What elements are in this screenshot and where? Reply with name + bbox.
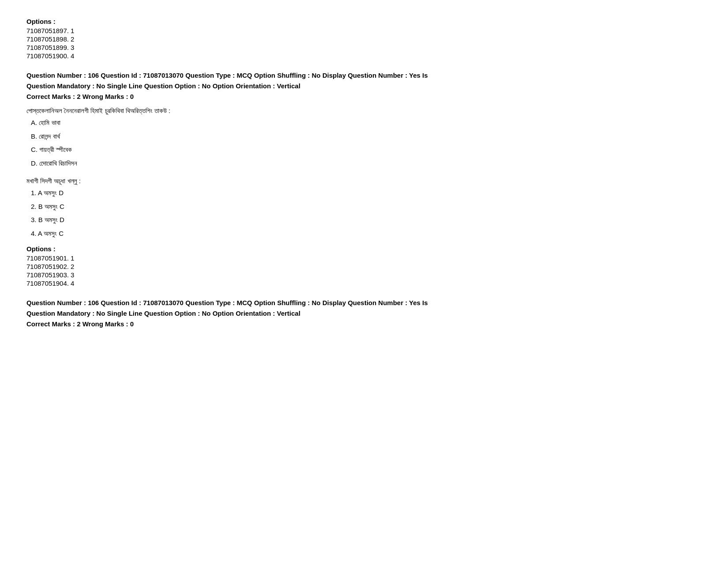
- question-meta-second: Question Number : 106 Question Id : 7108…: [26, 298, 702, 329]
- answer-option-B: B. রোলন্দ বার্থ: [31, 130, 702, 143]
- question-meta-first: Question Number : 106 Question Id : 7108…: [26, 70, 702, 102]
- meta-line1-second: Question Number : 106 Question Id : 7108…: [26, 298, 702, 308]
- option-item-5: 71087051901. 1: [26, 254, 702, 262]
- answer-options-first: A. হোমি ভাবা B. রোলন্দ বার্থ C. গায়ত্রী…: [31, 117, 702, 170]
- meta-line3-second: Correct Marks : 2 Wrong Marks : 0: [26, 319, 702, 329]
- answer-option-C: C. গায়ত্রী স্পীবেক: [31, 144, 702, 156]
- option-item-3: 71087051899. 3: [26, 44, 702, 51]
- question-106-second: Question Number : 106 Question Id : 7108…: [26, 298, 702, 329]
- meta-line1-first: Question Number : 106 Question Id : 7108…: [26, 70, 702, 81]
- question-106-first: Question Number : 106 Question Id : 7108…: [26, 70, 702, 287]
- meta-line2-first: Question Mandatory : No Single Line Ques…: [26, 81, 702, 91]
- numbered-option-3: 3. B অমসুং D: [31, 214, 702, 227]
- options-label-top: Options :: [26, 18, 702, 25]
- meta-line3-first: Correct Marks : 2 Wrong Marks : 0: [26, 91, 702, 102]
- option-item-8: 71087051904. 4: [26, 280, 702, 287]
- numbered-option-2: 2. B অমসুং C: [31, 200, 702, 213]
- question-body-first: পোস্তকেলানিঅল নৈননেরালগী হিমাই চুরকিথিবা…: [26, 105, 702, 240]
- question-text-line2: মখাগী সিদগী অচূধা খল্লু :: [26, 175, 702, 187]
- question-text-line1: পোস্তকেলানিঅল নৈননেরালগী হিমাই চুরকিথিবা…: [26, 105, 702, 117]
- options-label-first: Options :: [26, 245, 702, 253]
- option-item-1: 71087051897. 1: [26, 27, 702, 34]
- numbered-options-first: 1. A অমসুং D 2. B অমসুং C 3. B অমসুং D 4…: [31, 187, 702, 240]
- numbered-option-4: 4. A অমসুং C: [31, 227, 702, 240]
- answer-option-D: D. দোেরোথি রিচাদিসন: [31, 157, 702, 170]
- top-options-section: Options : 71087051897. 1 71087051898. 2 …: [26, 18, 702, 60]
- answer-option-A: A. হোমি ভাবা: [31, 117, 702, 129]
- option-item-6: 71087051902. 2: [26, 263, 702, 270]
- option-item-4: 71087051900. 4: [26, 52, 702, 60]
- option-item-2: 71087051898. 2: [26, 35, 702, 43]
- numbered-option-1: 1. A অমসুং D: [31, 187, 702, 200]
- meta-line2-second: Question Mandatory : No Single Line Ques…: [26, 308, 702, 319]
- option-item-7: 71087051903. 3: [26, 271, 702, 279]
